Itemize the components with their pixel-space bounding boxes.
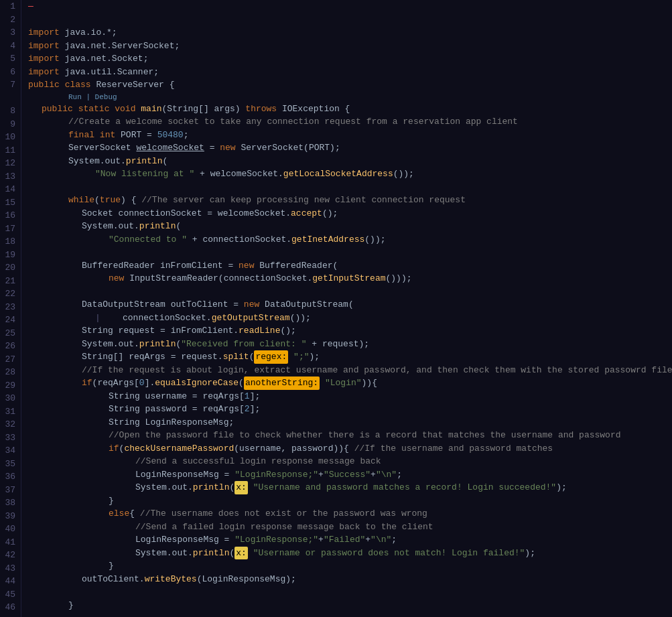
code-line-45 xyxy=(28,586,672,599)
kw-static: static xyxy=(78,102,110,116)
line-num-38: 38 xyxy=(3,496,15,510)
code-line-23: DataOutputStream outToClient = new DataO… xyxy=(28,298,672,312)
code-line-36: LoginResponseMsg = "LoginResponse;" + "S… xyxy=(28,468,672,482)
keyword-import-2: import xyxy=(28,40,60,53)
code-line-10: final int PORT = 50480 ; xyxy=(28,129,672,142)
highlight-regex: regex: xyxy=(254,350,288,364)
code-line-16: Socket connectionSocket = welcomeSocket.… xyxy=(28,207,672,220)
line-num-21: 21 xyxy=(3,275,15,288)
method-writebytes: writeBytes xyxy=(145,573,197,586)
run-debug-label[interactable]: Run | Debug xyxy=(68,92,117,102)
method-getinputstream: getInputStream xyxy=(312,272,385,285)
space1 xyxy=(60,78,65,92)
sys-26: System xyxy=(82,338,113,351)
kw-if: if xyxy=(82,376,92,390)
method-readline: readLine xyxy=(239,324,280,338)
comment-39: //The username does not exist or the pas… xyxy=(140,507,427,521)
line-num-10: 10 xyxy=(3,131,15,144)
kw-void: void xyxy=(115,102,135,116)
code-line-3: import java.io.*; xyxy=(28,26,672,40)
brace-46: } xyxy=(68,599,74,612)
line-num-6: 6 xyxy=(3,66,15,79)
method-println-42: println xyxy=(193,547,230,560)
comment-34: //If the username and password matches xyxy=(354,442,553,456)
line-num-40: 40 xyxy=(3,523,15,536)
code-line-9: //Create a welcome socket to take any co… xyxy=(28,115,672,129)
import-path-4: java.util.Scanner; xyxy=(60,66,159,79)
code-line-24: | connectionSocket. getOutputStream ()); xyxy=(28,312,672,325)
line-num-17: 17 xyxy=(3,222,15,236)
line-num-11: 11 xyxy=(3,144,15,157)
brace-open: { xyxy=(164,78,175,92)
line-num-39: 39 xyxy=(3,510,15,523)
red-symbol: — xyxy=(28,0,33,13)
num-1: 1 xyxy=(245,390,250,403)
line-num-5: 5 xyxy=(3,52,15,66)
code-line-5: import java.net.Socket; xyxy=(28,52,672,66)
keyword-class: class xyxy=(65,78,91,92)
str-connected: "Connected to " xyxy=(109,233,187,247)
str-received: "Received from client: " xyxy=(181,338,306,351)
line-num-44: 44 xyxy=(3,575,15,588)
kw-new-20: new xyxy=(239,259,254,273)
str-loginresponse-41: "LoginResponse;" xyxy=(234,533,318,547)
import-path-3: java.net.Socket; xyxy=(60,52,149,66)
keyword-import: import xyxy=(28,26,60,40)
port-num: 50480 xyxy=(157,129,184,142)
code-line-33: //Open the password file to check whethe… xyxy=(28,429,672,442)
line-num-22: 22 xyxy=(3,287,15,301)
sys-37: System xyxy=(135,481,167,494)
line-num-31: 31 xyxy=(3,405,15,419)
line-num-34: 34 xyxy=(3,444,15,458)
str-loginresponse: "LoginResponse;" xyxy=(234,468,318,482)
code-line-31: String password = reqArgs[ 2 ]; xyxy=(28,403,672,416)
code-line-20: BufferedReader inFromClient = new Buffer… xyxy=(28,259,672,273)
line-num-18: 18 xyxy=(3,235,15,249)
code-line-7: public class ReserveServer { xyxy=(28,78,672,92)
line-num-3: 3 xyxy=(3,26,15,40)
line-num-35: 35 xyxy=(3,458,15,471)
kw-int: int xyxy=(100,129,115,142)
pipe-char: | xyxy=(95,312,100,325)
code-line-11: ServerSocket welcomeSocket = new ServerS… xyxy=(28,141,672,155)
kw-true: true xyxy=(100,194,121,207)
str-login: "Login" xyxy=(325,376,362,390)
method-equalsignorecase: equalsIgnoreCase xyxy=(155,376,239,390)
code-line-18: "Connected to " + connectionSocket. getI… xyxy=(28,233,672,247)
code-line-13: "Now listening at " + welcomeSocket. get… xyxy=(28,167,672,181)
kw-public-8: public xyxy=(42,102,73,116)
line-num-25: 25 xyxy=(3,327,15,340)
code-line-25: String request = inFromClient. readLine … xyxy=(28,324,672,338)
code-line-8: public static void main ( String [] args… xyxy=(28,102,672,116)
kw-new-11: new xyxy=(220,141,235,155)
line-num-8 xyxy=(3,92,15,105)
line-num-9: 9 xyxy=(3,118,15,131)
run-debug-line: Run | Debug xyxy=(28,92,672,102)
code-line-41: LoginResponseMsg = "LoginResponse;" + "F… xyxy=(28,533,672,547)
line-num-16: 16 xyxy=(3,209,15,222)
line-num-1: 1 xyxy=(3,0,15,13)
line-num-23: 23 xyxy=(3,301,15,314)
code-line-35: //Send a successful login response messa… xyxy=(28,455,672,468)
line-num-13: 13 xyxy=(3,170,15,184)
str-usermatch: "Username and password matches a record!… xyxy=(253,481,556,494)
code-line-21: new InputStreamReader (connectionSocket.… xyxy=(28,272,672,285)
kw-final: final xyxy=(68,129,94,142)
code-line-22 xyxy=(28,285,672,299)
code-area[interactable]: — import java.io.*; import java.net.Serv… xyxy=(21,0,672,617)
code-line-1: — xyxy=(28,0,672,13)
code-line-4: import java.net.ServerSocket; xyxy=(28,40,672,53)
keyword-import-3: import xyxy=(28,52,60,66)
comment-9: //Create a welcome socket to take any co… xyxy=(68,115,518,129)
type-string-30: String xyxy=(109,390,140,403)
line-num-33: 33 xyxy=(3,431,15,445)
str-newline: "\n" xyxy=(376,468,397,482)
type-bufferedreader: BufferedReader xyxy=(82,259,155,273)
line-num-12: 12 xyxy=(3,157,15,170)
code-line-14 xyxy=(28,181,672,194)
line-num-15: 15 xyxy=(3,196,15,210)
type-serversocket: ServerSocket xyxy=(68,141,131,155)
str-success: "Success" xyxy=(324,468,371,482)
import-path-2: java.net.ServerSocket; xyxy=(60,40,180,53)
type-isr: InputStreamReader xyxy=(129,272,218,285)
